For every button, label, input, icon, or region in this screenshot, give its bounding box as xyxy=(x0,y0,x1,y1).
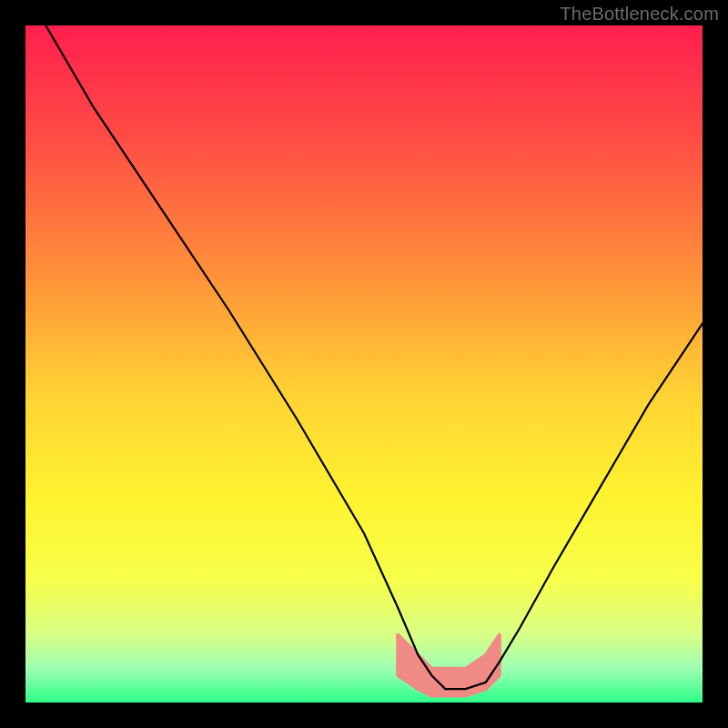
gradient-background xyxy=(25,25,703,703)
chart-frame: TheBottleneck.com xyxy=(0,0,728,728)
bottleneck-curve-chart xyxy=(25,25,703,703)
chart-svg xyxy=(25,25,703,703)
attribution-label: TheBottleneck.com xyxy=(560,4,719,25)
